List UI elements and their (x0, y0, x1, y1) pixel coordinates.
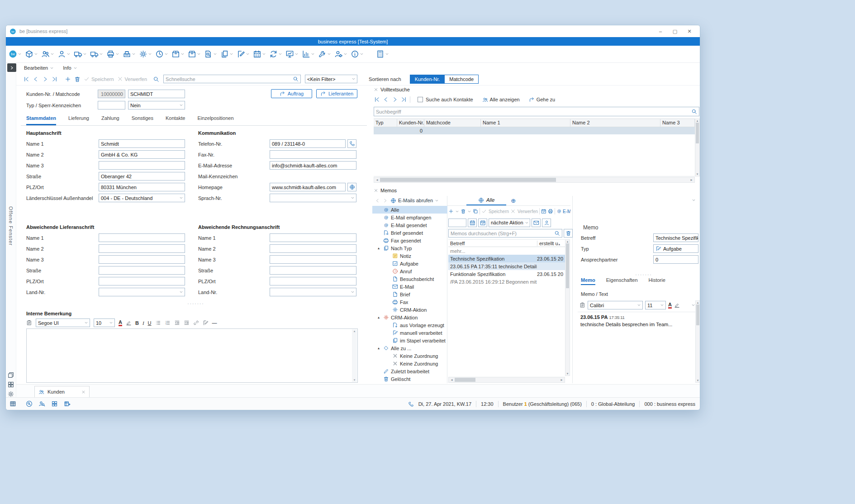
minimize-icon[interactable]: – (654, 27, 667, 36)
memo-text-vscrollbar[interactable]: ▴▾ (695, 300, 700, 383)
outdent-icon[interactable] (174, 320, 180, 326)
la-land-select[interactable] (99, 288, 185, 296)
tree-forward-icon[interactable] (383, 198, 388, 203)
ra-land-select[interactable] (270, 288, 356, 296)
bullet-list-icon[interactable] (155, 320, 161, 326)
auftrag-button[interactable]: Auftrag (271, 89, 312, 98)
bold-icon[interactable]: B (135, 320, 139, 326)
memo-font-select[interactable]: Calibri (588, 301, 643, 309)
documents-icon[interactable] (220, 50, 233, 58)
memo-save-button[interactable]: Speichern (481, 209, 509, 214)
la-plzort-input[interactable] (99, 277, 185, 285)
memo-folder[interactable]: Brief gesendet (372, 229, 447, 237)
time-icon[interactable] (155, 50, 168, 58)
result-column-header[interactable]: Name 1 (481, 119, 570, 127)
document-search-icon[interactable] (204, 50, 217, 58)
memo-row[interactable]: Funktionale Spezifikation23.06.15 20:2 (448, 270, 565, 278)
memo-splitter-handle[interactable]: ······· (628, 273, 660, 277)
administration-icon[interactable] (334, 50, 347, 58)
sperr-select[interactable]: Nein (128, 101, 185, 109)
ha-name3-input[interactable] (99, 161, 185, 170)
memo-search-input[interactable]: Memos durchsuchen (Strg+F) (448, 229, 562, 238)
memo-text-area[interactable]: 23.06.15 PA 17:35:11 technische Details … (578, 312, 695, 383)
homepage-input[interactable]: www.schmidt-kauft-alles.com (270, 183, 346, 191)
font-color-icon[interactable]: A (119, 319, 122, 326)
memo-detail-tab[interactable]: Historie (649, 277, 665, 285)
memo-folder[interactable]: E-Mail gesendet (372, 221, 447, 229)
ha-name2-input[interactable]: GmbH & Co. KG (99, 150, 185, 159)
memo-row[interactable]: 23.06.15 PA 17:35:11 technische Details … (448, 262, 565, 270)
table-menu-icon[interactable] (10, 400, 16, 408)
memo-folder[interactable]: Notiz (372, 252, 447, 260)
memo-folder[interactable]: aus Vorlage erzeugt (372, 321, 447, 329)
kontakte-checkbox[interactable] (418, 97, 423, 102)
delete-record-icon[interactable] (74, 76, 81, 82)
menu-bearbeiten[interactable]: Bearbeiten (24, 65, 54, 71)
memo-detail-tab[interactable]: Eigenschaften (606, 277, 638, 285)
last-record-icon[interactable] (52, 76, 58, 82)
tree-back-icon[interactable] (375, 198, 380, 203)
ha-name1-input[interactable]: Schmidt (99, 139, 185, 148)
laenderschluessel-select[interactable]: 004 - DE - Deutschland (99, 194, 185, 202)
suchbegriff-input[interactable]: Suchbegriff (374, 107, 699, 116)
naechste-aktion-select[interactable]: nächste Aktion (489, 219, 530, 227)
send-mail-button[interactable] (532, 219, 541, 227)
font-size-select[interactable]: 10 (94, 319, 115, 327)
memo-detail-tab[interactable]: Memo (581, 277, 595, 285)
search-badge-icon[interactable] (26, 400, 33, 408)
calendar-button[interactable] (468, 219, 477, 227)
memo-font-color-icon[interactable]: A (668, 302, 672, 309)
memo-folder[interactable]: Fax gesendet (372, 237, 447, 244)
sprachnr-select[interactable] (270, 194, 356, 202)
link-icon[interactable] (193, 320, 199, 326)
memo-folder[interactable]: Aufgabe (372, 260, 447, 267)
font-select[interactable]: Segoe UI (36, 319, 90, 327)
person-search-icon[interactable] (38, 400, 45, 408)
export-icon[interactable] (64, 400, 71, 408)
first-record-icon[interactable] (23, 76, 29, 82)
customer-tab[interactable]: Lieferung (68, 115, 89, 125)
customer-tab[interactable]: Stammdaten (26, 115, 56, 125)
result-column-header[interactable]: Typ (374, 119, 397, 127)
contact-button[interactable] (542, 219, 551, 227)
matchcode-input[interactable]: SCHMIDT (128, 90, 185, 98)
tiles-icon[interactable] (51, 400, 58, 408)
phone-status-icon[interactable] (408, 401, 414, 407)
highlight-icon[interactable] (126, 320, 132, 326)
bemerkung-textarea[interactable]: ▴▾ (26, 328, 358, 383)
action-date-input[interactable] (448, 219, 466, 227)
memo-folder[interactable]: Keine Zuordnung (372, 360, 447, 367)
edit-note-icon[interactable] (203, 320, 209, 326)
memo-row[interactable]: Technische Spezifikation23.06.15 20:3 (448, 255, 565, 262)
menu-info[interactable]: Info (63, 65, 77, 71)
la-name1-input[interactable] (99, 233, 185, 242)
discard-button[interactable]: Verwerfen (117, 76, 147, 82)
quick-search-input[interactable]: Schnellsuche (163, 75, 301, 83)
memo-size-select[interactable]: 11 (645, 301, 666, 309)
memo-betreff-input[interactable]: Technische Spezifikation (653, 233, 698, 242)
memo-folder[interactable]: Keine Zuordnung (372, 352, 447, 360)
filter-select[interactable]: <Kein Filter> (305, 75, 357, 83)
memo-folder[interactable]: ▴ CRM-Aktion (372, 314, 447, 321)
suppliers-icon[interactable] (57, 50, 71, 58)
memo-folder[interactable]: manuell verarbeitet (372, 329, 447, 337)
close-memos-icon[interactable] (374, 188, 378, 193)
result-row[interactable]: 0 (374, 127, 695, 134)
info-icon[interactable] (351, 50, 364, 58)
memo-folder[interactable]: ▴ Nach Typ (372, 244, 447, 252)
sync-icon[interactable] (269, 50, 282, 58)
customer-tab[interactable]: Einzelpositionen (197, 115, 233, 125)
stock-icon[interactable] (188, 50, 201, 58)
indent-icon[interactable] (184, 320, 190, 326)
la-name3-input[interactable] (99, 255, 185, 264)
lieferanten-button[interactable]: Lieferanten (316, 89, 357, 98)
memo-list-hscrollbar[interactable]: ◂▸ (448, 377, 565, 383)
bemerkung-scrollbar[interactable]: ▴▾ (352, 329, 357, 382)
close-kunden-tab-icon[interactable] (81, 390, 86, 394)
memo-folder[interactable]: Fax (372, 298, 447, 306)
typ-input[interactable] (98, 101, 125, 109)
betreff-column-header[interactable]: Betreff (450, 241, 465, 246)
kunden-window-tab[interactable]: Kunden (34, 386, 90, 398)
memo-list-vscrollbar[interactable]: ▴▾ (565, 239, 570, 376)
memo-folder[interactable]: E-Mail empfangen (372, 214, 447, 221)
